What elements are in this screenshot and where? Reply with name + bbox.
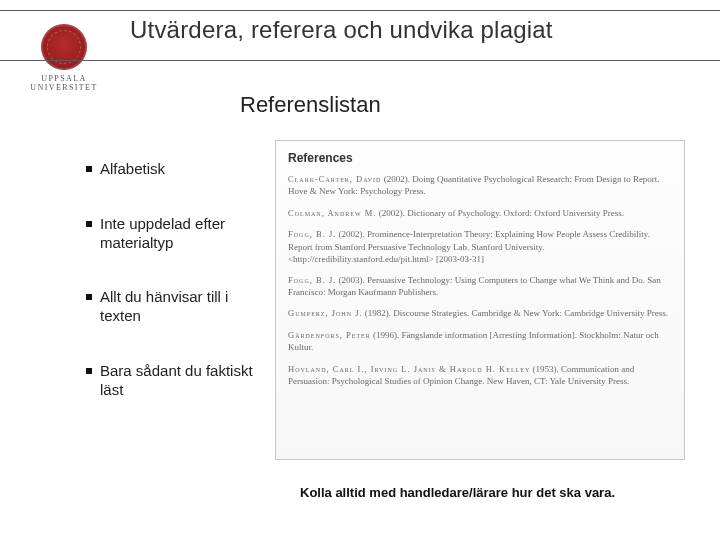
references-panel: References Clark-Carter, David (2002). D… xyxy=(275,140,685,460)
university-logo: UPPSALA UNIVERSITET xyxy=(26,24,102,92)
footer-note: Kolla alltid med handledare/lärare hur d… xyxy=(300,485,615,500)
bullet-text: Allt du hänvisar till i texten xyxy=(100,288,228,324)
divider-top xyxy=(0,10,720,11)
bullet-list: Alfabetisk Inte uppdelad efter materialt… xyxy=(86,160,256,435)
bullet-text: Bara sådant du faktiskt läst xyxy=(100,362,253,398)
reference-rest: (2002). Dictionary of Psychology. Oxford… xyxy=(376,208,624,218)
slide: UPPSALA UNIVERSITET Utvärdera, referera … xyxy=(0,0,720,540)
divider-under-title xyxy=(0,60,720,61)
reference-rest: (1982). Discourse Strategies. Cambridge … xyxy=(363,308,668,318)
reference-entry: Hovland, Carl I., Irving L. Janis & Haro… xyxy=(288,363,672,388)
reference-entry: Gumperz, John J. (1982). Discourse Strat… xyxy=(288,307,672,319)
page-title: Utvärdera, referera och undvika plagiat xyxy=(130,16,553,44)
reference-author: Clark-Carter, David xyxy=(288,174,381,184)
reference-rest: (2003). Persuasive Technology: Using Com… xyxy=(288,275,661,297)
reference-entry: Clark-Carter, David (2002). Doing Quanti… xyxy=(288,173,672,198)
bullet-item: Allt du hänvisar till i texten xyxy=(86,288,256,326)
reference-entry: Fogg, B. J. (2003). Persuasive Technolog… xyxy=(288,274,672,299)
bullet-item: Alfabetisk xyxy=(86,160,256,179)
bullet-item: Bara sådant du faktiskt läst xyxy=(86,362,256,400)
reference-author: Gumperz, John J. xyxy=(288,308,363,318)
references-heading: References xyxy=(288,151,672,165)
bullet-item: Inte uppdelad efter materialtyp xyxy=(86,215,256,253)
bullet-text: Alfabetisk xyxy=(100,160,165,177)
reference-author: Fogg, B. J. xyxy=(288,275,336,285)
reference-author: Colman, Andrew M. xyxy=(288,208,376,218)
university-name-line2: UNIVERSITET xyxy=(26,83,102,92)
bullet-text: Inte uppdelad efter materialtyp xyxy=(100,215,225,251)
reference-author: Fogg, B. J. xyxy=(288,229,336,239)
reference-author: Gärdenfors, Peter xyxy=(288,330,371,340)
uppsala-seal-icon xyxy=(41,24,87,70)
university-name-line1: UPPSALA xyxy=(26,74,102,83)
reference-entry: Colman, Andrew M. (2002). Dictionary of … xyxy=(288,207,672,219)
reference-rest: (2002). Prominence-Interpretation Theory… xyxy=(288,229,650,264)
reference-entry: Fogg, B. J. (2002). Prominence-Interpret… xyxy=(288,228,672,265)
reference-author: Hovland, Carl I., Irving L. Janis & Haro… xyxy=(288,364,530,374)
reference-entry: Gärdenfors, Peter (1996). Fängslande inf… xyxy=(288,329,672,354)
sub-heading: Referenslistan xyxy=(240,92,381,118)
